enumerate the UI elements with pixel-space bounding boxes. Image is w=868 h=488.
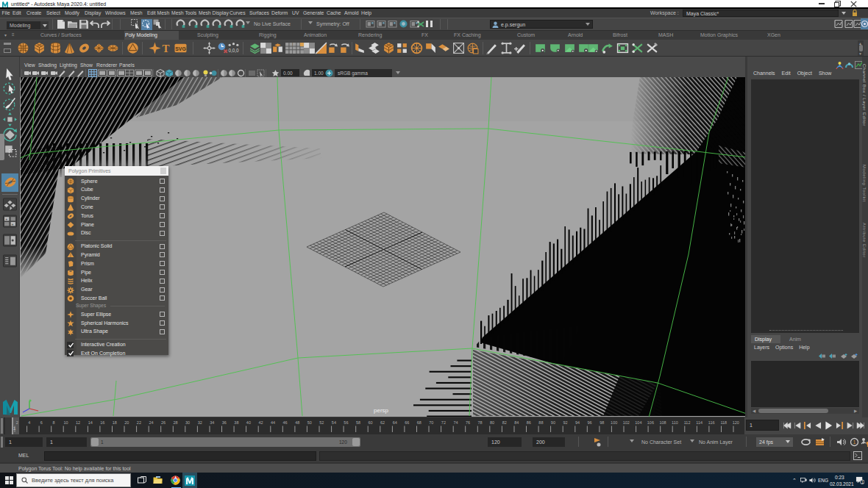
svg-text:40: 40	[246, 420, 251, 425]
svg-text:42: 42	[258, 420, 263, 425]
svg-text:82: 82	[502, 420, 507, 425]
svg-text:0,0,0: 0,0,0	[228, 48, 239, 53]
svg-text:14: 14	[88, 420, 93, 425]
svg-text:90: 90	[551, 420, 555, 425]
svg-text:76: 76	[466, 420, 470, 425]
svg-text:118: 118	[720, 420, 727, 425]
svg-text:persp: persp	[374, 407, 389, 414]
svg-text:92: 92	[563, 420, 567, 425]
svg-text:62: 62	[380, 420, 385, 425]
svg-text:102: 102	[623, 420, 630, 425]
svg-text:16: 16	[100, 420, 104, 425]
svg-text:100: 100	[611, 420, 617, 425]
svg-text:84: 84	[514, 420, 519, 425]
svg-text:116: 116	[708, 420, 715, 425]
svg-text:20: 20	[124, 420, 129, 425]
svg-text:2: 2	[16, 420, 18, 425]
svg-text:80: 80	[490, 420, 494, 425]
svg-text:50: 50	[307, 420, 312, 425]
svg-text:78: 78	[478, 420, 483, 425]
svg-text:+: +	[5, 217, 7, 221]
svg-text:106: 106	[647, 420, 654, 425]
svg-text:74: 74	[453, 420, 458, 425]
svg-text:4: 4	[28, 420, 30, 425]
svg-text:56: 56	[344, 420, 348, 425]
svg-text:24: 24	[149, 420, 153, 425]
svg-text:66: 66	[405, 420, 409, 425]
svg-text:120: 120	[733, 420, 739, 425]
svg-text:54: 54	[332, 420, 336, 425]
svg-text:88: 88	[538, 420, 543, 425]
svg-text:22: 22	[137, 420, 141, 425]
svg-text:44: 44	[271, 420, 275, 425]
svg-text:28: 28	[174, 420, 178, 425]
svg-text:T: T	[162, 43, 169, 54]
svg-text:98: 98	[600, 420, 604, 425]
svg-text:94: 94	[575, 420, 580, 425]
svg-text:110: 110	[672, 420, 678, 425]
svg-text:SVG: SVG	[175, 46, 186, 51]
svg-text:58: 58	[356, 420, 360, 425]
svg-text:104: 104	[635, 420, 641, 425]
svg-text:36: 36	[222, 420, 227, 425]
svg-text:86: 86	[527, 420, 531, 425]
svg-text:46: 46	[283, 420, 288, 425]
svg-text:112: 112	[684, 420, 691, 425]
svg-text:72: 72	[441, 420, 446, 425]
svg-text:1: 1	[861, 480, 864, 484]
svg-text:26: 26	[161, 420, 166, 425]
svg-text:96: 96	[588, 420, 592, 425]
svg-text:70: 70	[429, 420, 433, 425]
svg-text:34: 34	[210, 420, 214, 425]
svg-text:6: 6	[40, 420, 43, 425]
svg-text:18: 18	[113, 420, 117, 425]
svg-text:12: 12	[76, 420, 80, 425]
svg-text:48: 48	[295, 420, 299, 425]
svg-text:64: 64	[393, 420, 397, 425]
svg-text:38: 38	[234, 420, 238, 425]
svg-text:1: 1	[853, 439, 856, 445]
svg-text:30: 30	[185, 420, 190, 425]
svg-text:52: 52	[319, 420, 324, 425]
svg-text:108: 108	[659, 420, 666, 425]
svg-text:8: 8	[52, 420, 54, 425]
svg-text:10: 10	[63, 420, 68, 425]
svg-text:60: 60	[368, 420, 372, 425]
svg-text:+: +	[12, 222, 14, 226]
svg-text:32: 32	[198, 420, 202, 425]
svg-text:114: 114	[696, 420, 702, 425]
svg-text:68: 68	[417, 420, 421, 425]
